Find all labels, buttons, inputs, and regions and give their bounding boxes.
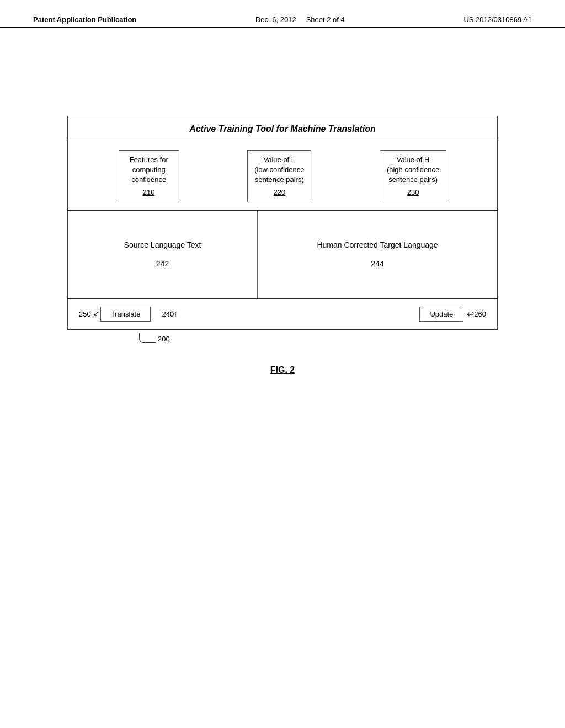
value-h-label: Value of H(high confidencesentence pairs… <box>387 156 439 184</box>
bottom-row: 250 ↙ Translate 240↑ Update ↩ 260 <box>68 299 497 329</box>
label-250: 250 <box>79 310 91 318</box>
label-200-text: 200 <box>158 335 170 343</box>
curve-bracket-icon <box>139 333 156 343</box>
update-button[interactable]: Update <box>419 307 463 322</box>
header-sheet: Sheet 2 of 4 <box>306 15 345 24</box>
target-language-label: Human Corrected Target Language <box>317 240 438 249</box>
translate-button[interactable]: Translate <box>100 307 151 322</box>
target-language-panel: Human Corrected Target Language 244 <box>258 211 497 298</box>
source-language-panel: Source Language Text 242 <box>68 211 258 298</box>
top-boxes-row: Features forcomputingconfidence 210 Valu… <box>68 140 497 211</box>
label-240-text: 240 <box>162 310 174 318</box>
value-l-label: Value of L(low confidencesentence pairs) <box>254 156 304 184</box>
value-l-number: 220 <box>254 188 304 197</box>
header-patent-number: US 2012/0310869 A1 <box>463 15 532 24</box>
label-260: 260 <box>474 310 486 318</box>
update-curve-icon: ↩ <box>467 309 474 319</box>
value-l-box: Value of L(low confidencesentence pairs)… <box>247 150 311 202</box>
main-content: Active Training Tool for Machine Transla… <box>0 28 565 397</box>
label-240: 240↑ <box>162 309 178 318</box>
header-date: Dec. 6, 2012 <box>255 15 296 24</box>
arrow-up-icon: ↑ <box>174 309 178 318</box>
page-header: Patent Application Publication Dec. 6, 2… <box>0 0 565 28</box>
header-publication: Patent Application Publication <box>33 15 136 24</box>
header-date-sheet: Dec. 6, 2012 Sheet 2 of 4 <box>255 15 345 24</box>
diagram-label-row: 200 <box>67 333 498 343</box>
fig-label: FIG. 2 <box>270 365 295 375</box>
source-language-label: Source Language Text <box>124 240 201 249</box>
target-language-number: 244 <box>371 259 383 268</box>
middle-section: Source Language Text 242 Human Corrected… <box>68 211 497 299</box>
features-box: Features forcomputingconfidence 210 <box>119 150 179 202</box>
value-h-number: 230 <box>387 188 439 197</box>
source-language-number: 242 <box>156 259 169 268</box>
label-200-container: 200 <box>139 333 170 343</box>
features-number: 210 <box>126 188 172 197</box>
translate-arrow-icon: ↙ <box>93 309 99 318</box>
value-h-box: Value of H(high confidencesentence pairs… <box>380 150 446 202</box>
diagram-title: Active Training Tool for Machine Transla… <box>68 116 497 140</box>
features-label: Features forcomputingconfidence <box>130 156 168 184</box>
diagram-container: Active Training Tool for Machine Transla… <box>67 116 498 330</box>
